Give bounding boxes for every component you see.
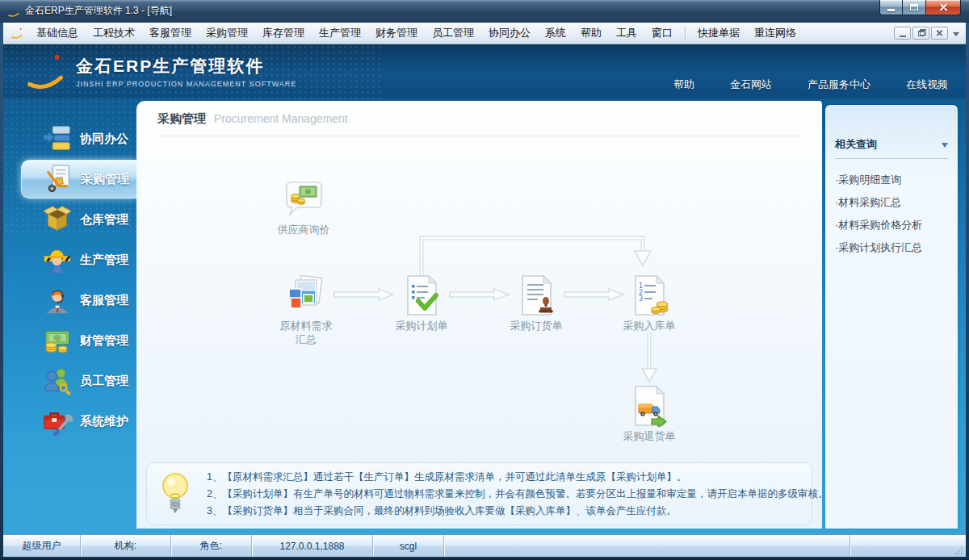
app-logo-icon	[7, 5, 20, 18]
content-header: 采购管理 Procurement Management	[136, 101, 822, 136]
status-role: 角色:	[171, 535, 252, 557]
sidebar-item-label: 仓库管理	[80, 212, 128, 228]
window-bottom-edge	[0, 557, 969, 560]
related-query-panel: 相关查询 ·采购明细查询 ·材料采购汇总 ·材料采购价格分析 ·采购计划执行汇总	[825, 105, 958, 529]
window-controls	[879, 0, 961, 15]
tip-line-2: 2、【采购计划单】有生产单号的材料可通过物料需求量来控制，并会有颜色预警。若要分…	[207, 486, 800, 503]
menu-item-staff[interactable]: 员工管理	[425, 23, 481, 44]
brand-name-en: JINSHI ERP PRODUCTION MANAGEMENT SOFTWAR…	[76, 80, 296, 88]
menu-item-production[interactable]: 生产管理	[312, 23, 368, 44]
header-link-online-video[interactable]: 在线视频	[906, 77, 948, 92]
flow-node-supplier-inquiry[interactable]: 供应商询价	[283, 178, 325, 224]
minimize-button[interactable]	[879, 0, 903, 15]
flow-node-label: 采购计划单	[373, 319, 470, 332]
sidebar-item-staff[interactable]: 员工管理	[21, 361, 136, 400]
header-link-help[interactable]: 帮助	[673, 77, 694, 92]
menu-item-collaboration[interactable]: 协同办公	[481, 23, 538, 44]
customer-service-icon	[42, 285, 73, 316]
sidebar-item-warehouse[interactable]: 仓库管理	[21, 200, 136, 239]
close-button[interactable]	[925, 0, 961, 15]
menu-item-finance[interactable]: 财务管理	[368, 23, 425, 44]
minimize-icon	[887, 9, 895, 11]
procurement-icon	[43, 164, 73, 194]
related-item-material-price-analysis[interactable]: ·材料采购价格分析	[835, 214, 948, 236]
menu-item-system[interactable]: 系统	[538, 23, 573, 44]
menu-item-basic-info[interactable]: 基础信息	[29, 23, 86, 44]
sidebar-item-label: 财管管理	[80, 333, 128, 349]
flow-node-label: 采购订货单	[488, 319, 585, 332]
production-icon	[42, 244, 73, 275]
brand: 金石ERP生产管理软件 JINSHI ERP PRODUCTION MANAGE…	[24, 50, 296, 92]
maximize-button[interactable]	[903, 0, 925, 15]
status-bar: 超级用户 机构: 角色: 127.0.0.1,1888 scgl	[3, 534, 966, 557]
status-server-address: 127.0.0.1,1888	[252, 535, 373, 557]
flow-node-purchase-order[interactable]: 采购订货单	[515, 274, 557, 320]
sidebar-item-collaboration[interactable]: 协同办公	[21, 119, 136, 158]
status-empty	[444, 535, 849, 557]
mdi-close-button[interactable]	[931, 27, 948, 40]
menu-item-engineering[interactable]: 工程技术	[86, 23, 142, 44]
flow-node-purchase-inbound[interactable]: 1 2 3 采购入库单	[628, 274, 670, 320]
tip-line-3: 3、【采购订货单】相当于采购合同，最终的材料到场验收入库要做【采购入库单】、该单…	[207, 503, 800, 520]
sidebar-item-label: 生产管理	[80, 253, 128, 268]
sidebar-item-label: 客服管理	[80, 293, 128, 308]
flow-node-raw-material-summary[interactable]: 原材料需求汇总	[285, 274, 327, 320]
app-window: 金石ERP生产管理软件 1.3 - [导航] 基础信息 工程技术 客服管理 采购…	[0, 0, 969, 560]
flow-arrow-right-icon	[333, 287, 396, 302]
resize-grip-icon	[955, 546, 963, 554]
menu-item-reconnect-network[interactable]: 重连网络	[747, 23, 803, 44]
sidebar-item-system-maintenance[interactable]: 系统维护	[21, 402, 136, 441]
raw-material-summary-icon	[285, 274, 327, 316]
sidebar-item-label: 采购管理	[81, 172, 129, 187]
header-link-service-center[interactable]: 产品服务中心	[808, 77, 870, 92]
menu-item-quick-docs[interactable]: 快捷单据	[690, 23, 747, 44]
menu-item-procurement[interactable]: 采购管理	[199, 23, 255, 44]
resize-grip[interactable]	[954, 535, 966, 557]
tip-line-1: 1、【原材料需求汇总】通过若干【生产订单】生成原材需求清单，并可通过此清单生成原…	[207, 469, 800, 486]
window-title: 金石ERP生产管理软件 1.3 - [导航]	[25, 4, 172, 18]
sidebar-item-procurement[interactable]: 采购管理	[21, 160, 136, 199]
mdi-restore-button[interactable]	[912, 27, 929, 40]
maximize-icon	[910, 4, 918, 10]
main-body: 协同办公 采购管理	[3, 98, 966, 534]
mdi-window-controls	[894, 27, 961, 40]
brand-logo-icon	[24, 50, 66, 92]
flow-node-label: 供应商询价	[255, 223, 352, 236]
flow-node-purchase-return[interactable]: 采购退货单	[628, 385, 670, 430]
flow-node-label: 采购退货单	[601, 429, 698, 443]
mdi-minimize-button[interactable]	[894, 27, 911, 40]
purchase-plan-icon	[401, 274, 443, 316]
menu-item-help[interactable]: 帮助	[573, 23, 609, 44]
chevron-down-icon	[942, 143, 948, 151]
header-link-website[interactable]: 金石网站	[730, 77, 772, 92]
flow-arrow-right-icon	[448, 287, 511, 302]
page-title-en: Procurement Management	[214, 112, 348, 125]
sidebar-item-finance[interactable]: 财管管理	[21, 321, 136, 360]
flow-node-purchase-plan[interactable]: 采购计划单	[401, 274, 443, 320]
status-empty-right	[849, 535, 954, 557]
chevron-down-icon[interactable]	[953, 32, 959, 40]
sidebar-item-customer-service[interactable]: 客服管理	[21, 281, 136, 320]
related-panel-header[interactable]: 相关查询	[835, 137, 948, 159]
warehouse-icon	[42, 204, 73, 235]
menu-item-tools[interactable]: 工具	[609, 23, 644, 44]
menu-item-customer-service[interactable]: 客服管理	[142, 23, 199, 44]
mdi-minimize-icon	[900, 36, 906, 37]
title-bar: 金石ERP生产管理软件 1.3 - [导航]	[0, 0, 969, 23]
status-user: 超级用户	[3, 535, 81, 557]
flow-arrow-right-icon	[563, 287, 626, 302]
related-item-material-purchase-summary[interactable]: ·材料采购汇总	[835, 191, 948, 214]
svg-text:3: 3	[639, 295, 643, 303]
related-item-plan-execution-summary[interactable]: ·采购计划执行汇总	[835, 236, 948, 259]
menu-item-window[interactable]: 窗口	[644, 23, 680, 44]
sidebar-item-label: 协同办公	[80, 132, 128, 147]
menu-item-inventory[interactable]: 库存管理	[255, 23, 312, 44]
close-icon	[938, 3, 948, 11]
status-organization: 机构:	[81, 535, 171, 557]
app-header: 金石ERP生产管理软件 JINSHI ERP PRODUCTION MANAGE…	[3, 44, 966, 98]
sidebar-item-production[interactable]: 生产管理	[21, 240, 136, 279]
status-module-code: scgl	[373, 535, 444, 557]
lightbulb-icon	[160, 471, 191, 518]
related-item-purchase-detail-query[interactable]: ·采购明细查询	[835, 169, 948, 191]
sidebar-item-label: 员工管理	[80, 374, 128, 389]
